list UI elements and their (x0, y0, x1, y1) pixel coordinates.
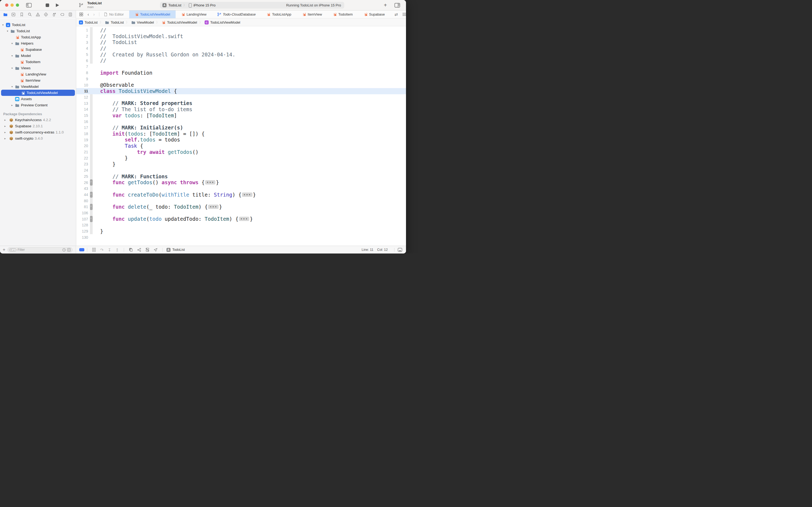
related-items-icon[interactable] (79, 12, 83, 16)
chevron-down-icon[interactable]: ▾ (11, 42, 13, 45)
filter-options-icon[interactable]: ≡ ⌄ (9, 248, 16, 251)
chevron-down-icon[interactable]: ▾ (11, 85, 13, 88)
sidebar-item-itemview[interactable]: ItemView (0, 77, 76, 83)
line-number[interactable]: 17 (76, 125, 88, 130)
code-line-13[interactable]: 13 // MARK: Stored properties (76, 100, 406, 106)
tab-itemview[interactable]: ItemView (297, 10, 327, 18)
line-number[interactable]: 25 (76, 174, 88, 179)
code-line-44[interactable]: 44 func createToDo(withTitle title: Stri… (76, 192, 406, 198)
step-over-icon[interactable]: ↷ (100, 248, 104, 252)
sidebar-item-supabase[interactable]: Supabase (0, 47, 76, 53)
line-number[interactable]: 106 (76, 211, 88, 215)
breadcrumb-item[interactable]: CTodoListViewModel (205, 20, 240, 24)
line-number[interactable]: 10 (76, 83, 88, 87)
chevron-right-icon[interactable]: ▸ (11, 104, 13, 107)
tab-no-editor[interactable]: No Editor (103, 10, 129, 18)
line-number[interactable]: 11 (76, 89, 88, 93)
sidebar-item-todoitem[interactable]: TodoItem (0, 59, 76, 65)
line-number[interactable]: 24 (76, 168, 88, 172)
code-line-129[interactable]: 129} (76, 228, 406, 234)
code-line-11[interactable]: 11class TodoListViewModel { (76, 88, 406, 94)
view-hierarchy-icon[interactable] (129, 248, 133, 252)
step-into-icon[interactable]: ↧ (108, 248, 111, 252)
tab-todoitem[interactable]: TodoItem (327, 10, 358, 18)
editor-options-icon[interactable] (402, 13, 406, 16)
source-editor[interactable]: 1//2// TodoListViewModel.swift3// TodoLi… (76, 26, 406, 246)
line-number[interactable]: 44 (76, 192, 88, 197)
code-line-5[interactable]: 5// Created by Russell Gordon on 2024-04… (76, 52, 406, 58)
code-line-20[interactable]: 20 Task { (76, 143, 406, 149)
breakpoint-icon[interactable] (60, 12, 64, 17)
step-out-icon[interactable]: ↥ (115, 248, 119, 252)
chevron-right-icon[interactable]: ▸ (4, 118, 6, 121)
code-line-26[interactable]: 26 func getTodos() async throws {•••} (76, 179, 406, 185)
chevron-down-icon[interactable]: ▾ (11, 54, 13, 57)
package-item-swift-crypto[interactable]: ▸swift-crypto3.4.0 (0, 135, 76, 142)
sidebar-item-todolistapp[interactable]: TodoListApp (0, 34, 76, 40)
find-icon[interactable] (27, 12, 32, 17)
sidebar-item-assets[interactable]: Assets (0, 96, 76, 102)
code-line-18[interactable]: 18 init(todos: [TodoItem] = []) { (76, 131, 406, 137)
debug-icon[interactable] (52, 12, 56, 17)
editor-layout-icon[interactable] (398, 248, 402, 252)
source-control-icon[interactable] (11, 12, 15, 17)
code-line-6[interactable]: 6// (76, 57, 406, 64)
project-navigator-icon[interactable] (3, 12, 7, 17)
code-line-8[interactable]: 8import Foundation (76, 70, 406, 76)
code-line-81[interactable]: 81 func delete(_ todo: TodoItem) {•••} (76, 204, 406, 210)
line-number[interactable]: 13 (76, 101, 88, 106)
code-line-43[interactable]: 43 (76, 185, 406, 192)
scheme-destination[interactable]: iPhone 15 Pro (193, 3, 215, 7)
close-button[interactable] (5, 3, 8, 7)
code-line-14[interactable]: 14 // The list of to-do items (76, 106, 406, 113)
chevron-down-icon[interactable]: ▾ (2, 23, 4, 26)
code-line-15[interactable]: 15 var todos: [TodoItem] (76, 113, 406, 119)
chevron-down-icon[interactable]: ▾ (11, 67, 13, 69)
line-number[interactable]: 22 (76, 156, 88, 160)
package-item-supabase[interactable]: ▸Supabase2.10.1 (0, 123, 76, 129)
breakpoints-toggle[interactable] (79, 248, 84, 251)
code-line-7[interactable]: 7 (76, 64, 406, 70)
line-number[interactable]: 107 (76, 217, 88, 221)
line-number[interactable]: 15 (76, 113, 88, 118)
minimize-button[interactable] (10, 3, 14, 7)
code-fold-ellipsis[interactable]: ••• (208, 205, 218, 209)
line-number[interactable]: 130 (76, 235, 88, 239)
line-number[interactable]: 6 (76, 59, 88, 63)
swap-editor-icon[interactable]: ⇄ (395, 12, 398, 17)
line-number[interactable]: 7 (76, 64, 88, 69)
line-number[interactable]: 16 (76, 119, 88, 124)
test-icon[interactable] (44, 12, 48, 17)
code-line-16[interactable]: 16 (76, 118, 406, 125)
chevron-down-icon[interactable]: ▾ (6, 30, 9, 33)
breadcrumb-item[interactable]: TodoListViewModel (161, 20, 197, 24)
line-number[interactable]: 5 (76, 52, 88, 57)
sidebar-item-todolist[interactable]: ▾ATodoList (0, 22, 76, 28)
line-number[interactable]: 129 (76, 229, 88, 233)
code-fold-ellipsis[interactable]: ••• (205, 180, 215, 184)
line-number[interactable]: 19 (76, 138, 88, 142)
line-number[interactable]: 4 (76, 46, 88, 51)
breadcrumb-item[interactable]: ViewModel (131, 20, 154, 24)
code-line-80[interactable]: 80 (76, 198, 406, 204)
code-line-21[interactable]: 21 try await getTodos() (76, 149, 406, 155)
scheme-name[interactable]: TodoList (168, 3, 181, 7)
sidebar-item-viewmodel[interactable]: ▾ViewModel (0, 83, 76, 90)
line-number[interactable]: 14 (76, 107, 88, 111)
line-number[interactable]: 2 (76, 34, 88, 39)
fold-marker-icon[interactable] (90, 216, 93, 222)
line-number[interactable]: 21 (76, 150, 88, 154)
code-line-130[interactable]: 130 (76, 234, 406, 240)
fold-marker-icon[interactable] (90, 204, 93, 210)
tab-todolistviewmodel[interactable]: TodoListViewModel (129, 10, 176, 18)
line-number[interactable]: 18 (76, 131, 88, 136)
go-forward-icon[interactable]: › (93, 12, 95, 17)
add-file-button[interactable]: + (3, 247, 5, 252)
tab-supabase[interactable]: Supabase (358, 10, 391, 18)
line-number[interactable]: 81 (76, 205, 88, 209)
package-item-swift-concurrency-extras[interactable]: ▸swift-concurrency-extras1.1.0 (0, 129, 76, 135)
go-back-icon[interactable]: ‹ (88, 12, 89, 17)
issue-icon[interactable] (36, 12, 40, 17)
simulate-location-icon[interactable] (154, 248, 158, 252)
breadcrumb-item[interactable]: TodoList (105, 20, 123, 24)
